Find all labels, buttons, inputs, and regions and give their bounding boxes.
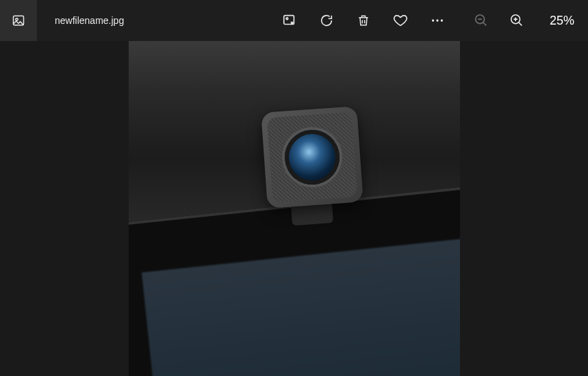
edit-image-button[interactable] — [281, 12, 298, 29]
svg-point-4 — [432, 19, 434, 21]
toolbar: newfilename.jpg — [0, 0, 588, 41]
zoom-controls: 25% — [473, 12, 574, 29]
filename: newfilename.jpg — [55, 15, 124, 26]
svg-point-6 — [441, 19, 443, 21]
more-button[interactable] — [429, 12, 446, 29]
svg-point-1 — [16, 18, 18, 21]
zoom-in-button[interactable] — [509, 12, 525, 29]
toolbar-actions — [281, 12, 446, 29]
zoom-level[interactable]: 25% — [544, 14, 574, 28]
image-viewer — [0, 41, 588, 376]
svg-point-3 — [286, 18, 288, 20]
zoom-out-button[interactable] — [473, 12, 489, 29]
delete-button[interactable] — [355, 12, 372, 29]
favorite-button[interactable] — [392, 12, 409, 29]
image-tab[interactable] — [0, 0, 37, 41]
image-content[interactable] — [129, 41, 460, 376]
svg-point-5 — [436, 19, 438, 21]
rotate-button[interactable] — [318, 12, 335, 29]
picture-icon — [10, 12, 27, 29]
